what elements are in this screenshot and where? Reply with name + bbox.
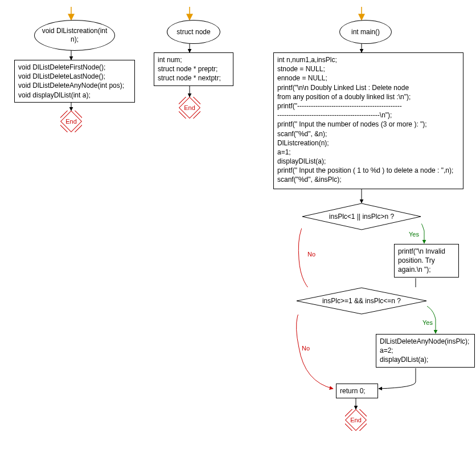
struct-fields-box: int num; struct node * preptr; struct no…	[154, 52, 233, 86]
ellipse-label: int main()	[351, 28, 380, 36]
edge-no-2: No	[302, 345, 310, 352]
return-box: return 0;	[336, 384, 378, 398]
invalid-position-box: printf("\n Invalid position. Try again.\…	[394, 244, 459, 278]
delete-node-box: DlListDeleteAnyNode(insPlc); a=2; displa…	[376, 334, 475, 368]
edge-no-1: No	[307, 251, 315, 258]
decision-valid-range: insPlc>=1 && insPlc<=n ?	[296, 287, 427, 315]
flowchart-canvas: void DlListcreation(int n); void DlListD…	[6, 6, 470, 467]
end-label: End	[350, 417, 362, 423]
end-label: End	[184, 105, 195, 111]
main-ellipse: int main()	[339, 20, 392, 44]
decision-label: insPlc<1 || insPlc>n ?	[329, 213, 394, 221]
decision-label: insPlc>=1 && insPlc<=n ?	[322, 297, 401, 305]
edge-yes-1: Yes	[409, 231, 419, 238]
end-terminator-3: End	[345, 409, 367, 431]
ellipse-label: void DlListcreation(int n);	[38, 27, 111, 44]
struct-node-ellipse: struct node	[167, 20, 220, 44]
decision-range-check: insPlc<1 || insPlc>n ?	[302, 203, 421, 230]
main-body-box: int n,num1,a,insPlc; stnode = NULL; enno…	[273, 52, 463, 189]
ellipse-label: struct node	[177, 28, 210, 36]
end-label: End	[65, 119, 77, 125]
prototype-box: void DlListDeleteFirstNode(); void DlLis…	[14, 60, 135, 103]
func-dllistcreation-ellipse: void DlListcreation(int n);	[34, 20, 115, 51]
edge-yes-2: Yes	[422, 319, 433, 326]
end-terminator-1: End	[60, 111, 82, 132]
end-terminator-2: End	[179, 97, 200, 119]
